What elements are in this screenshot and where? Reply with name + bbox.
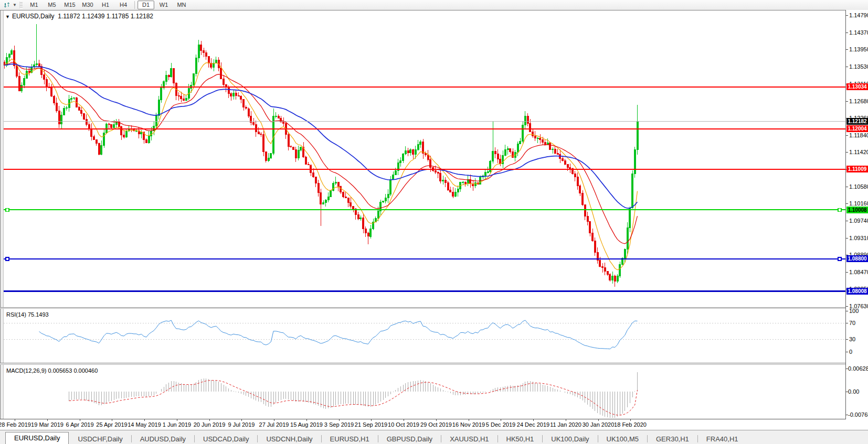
main-price-chart[interactable]	[4, 11, 845, 307]
rsi-panel[interactable]	[4, 309, 845, 363]
price-axis-label: 1.10160	[849, 201, 868, 207]
price-axis-label: 1.13950	[849, 47, 868, 52]
price-level-badge: 1.12182	[846, 118, 868, 125]
chart-tab-uk100-daily[interactable]: UK100,Daily	[543, 434, 597, 444]
toolbar-separator	[134, 1, 135, 9]
date-axis-label: 10 Oct 2019	[388, 421, 419, 428]
timeframe-toolbar: ▼ M1M5M15M30H1H4D1W1MN	[0, 0, 868, 10]
timeframe-button-d1[interactable]: D1	[137, 1, 154, 9]
price-axis-label: 1.12680	[849, 99, 868, 104]
date-axis-label: 9 Jul 2019	[228, 421, 255, 428]
toolbar-grip[interactable]	[19, 2, 23, 8]
timeframe-button-m30[interactable]: M30	[79, 1, 96, 9]
date-axis-label: 24 Dec 2019	[517, 421, 549, 428]
date-axis-tick	[436, 419, 437, 421]
tab-strip-grip	[0, 434, 5, 444]
timeframe-button-m5[interactable]: M5	[44, 1, 60, 9]
macd-axis-label: 0.00	[848, 389, 859, 395]
price-level-badge: 1.08008	[846, 288, 868, 295]
date-axis-tick	[371, 419, 372, 421]
timeframes-icon[interactable]	[2, 1, 12, 9]
price-axis[interactable]: 1.147901.143701.139501.135301.131101.126…	[845, 10, 868, 419]
timeframe-button-h4[interactable]: H4	[115, 1, 132, 9]
rsi-axis-label: 70	[849, 320, 855, 326]
timeframe-button-h1[interactable]: H1	[97, 1, 114, 9]
date-axis-label: 18 Feb 2020	[614, 421, 647, 428]
date-axis-label: 30 Jan 2020	[583, 421, 615, 428]
date-axis-tick	[598, 419, 599, 421]
chart-tab-uk100-m5[interactable]: UK100,M5	[598, 434, 647, 444]
chart-tab-hk50-h1[interactable]: HK50,H1	[498, 434, 543, 444]
chart-tab-ger30-h1[interactable]: GER30,H1	[648, 434, 697, 444]
price-axis-label: 1.11420	[849, 149, 868, 155]
date-axis-tick	[177, 419, 177, 421]
date-axis-tick	[306, 419, 307, 421]
price-axis-tick	[846, 187, 848, 187]
timeframe-buttons: M1M5M15M30H1H4D1W1MN	[25, 0, 190, 10]
date-axis-label: 3 Sep 2019	[324, 421, 354, 428]
price-axis-label: 1.10580	[849, 184, 868, 190]
rsi-axis-label: 0	[849, 349, 852, 355]
rsi-axis-label: 100	[849, 308, 859, 314]
macd-axis-label: 0.006287	[848, 366, 868, 372]
chart-title[interactable]: ▼EURUSD,Daily 1.11872 1.12439 1.11785 1.…	[5, 13, 153, 20]
chart-tab-usdchf-daily[interactable]: USDCHF,Daily	[69, 434, 131, 444]
macd-indicator-label: MACD(12,26,9) 0.005653 0.000460	[6, 367, 98, 374]
date-axis-tick	[47, 419, 48, 421]
collapse-triangle-icon[interactable]: ▼	[5, 14, 10, 19]
date-axis-tick	[566, 419, 566, 421]
timeframe-button-mn[interactable]: MN	[173, 1, 190, 9]
timeframe-button-m15[interactable]: M15	[61, 1, 78, 9]
rsi-axis-tick	[846, 311, 848, 311]
price-axis-tick	[846, 238, 848, 239]
date-axis-tick	[80, 419, 80, 421]
price-axis-tick	[846, 101, 848, 102]
rsi-axis-tick	[846, 323, 848, 323]
price-axis-tick	[846, 221, 848, 221]
date-axis-label: 15 Aug 2019	[290, 421, 323, 428]
price-level-badge: 1.11009	[846, 166, 868, 172]
timeframe-button-w1[interactable]: W1	[155, 1, 172, 9]
rsi-indicator-label: RSI(14) 75.1493	[6, 311, 49, 318]
price-axis-label: 1.09310	[849, 235, 868, 241]
price-axis-label: 1.09740	[849, 218, 868, 224]
chart-tab-fra40-h1[interactable]: FRA40,H1	[698, 434, 747, 444]
date-axis-label: 11 Jan 2020	[550, 421, 581, 428]
chart-tab-gbpusd-daily[interactable]: GBPUSD,Daily	[378, 434, 441, 444]
chart-tab-eurusd-h1[interactable]: EURUSD,H1	[322, 434, 378, 444]
timeframe-button-m1[interactable]: M1	[26, 1, 43, 9]
price-axis-label: 1.08470	[849, 269, 868, 275]
rsi-axis-tick	[846, 339, 848, 340]
price-level-badge: 1.08800	[846, 255, 868, 262]
macd-panel[interactable]	[4, 365, 845, 419]
price-axis-tick	[846, 203, 848, 204]
date-axis-label: 28 Feb 2019	[0, 421, 31, 428]
date-axis-label: 21 Sep 2019	[355, 421, 387, 428]
date-axis-tick	[112, 419, 112, 421]
price-axis-tick	[846, 135, 848, 136]
date-axis-tick	[404, 419, 404, 421]
date-axis-tick	[209, 419, 210, 421]
date-axis-label: 6 Apr 2019	[66, 421, 93, 428]
chart-tab-audusd-daily[interactable]: AUDUSD,Daily	[132, 434, 194, 444]
date-axis-tick	[241, 419, 242, 421]
chart-title-symbol: EURUSD,Daily	[12, 13, 55, 20]
chart-tab-usdcad-daily[interactable]: USDCAD,Daily	[195, 434, 257, 444]
date-axis-label: 19 Mar 2019	[31, 421, 63, 428]
chart-tab-eurusd-daily[interactable]: EURUSD,Daily	[5, 432, 69, 444]
price-axis-tick	[846, 272, 848, 273]
price-level-badge: 1.13034	[846, 83, 868, 90]
date-axis-tick	[144, 419, 145, 421]
chart-tab-usdcnh-daily[interactable]: USDCNH,Daily	[258, 434, 321, 444]
rsi-axis-tick	[846, 352, 848, 352]
price-level-badge: 1.10008	[846, 207, 868, 213]
date-axis-tick	[533, 419, 534, 421]
date-axis-label: 25 Apr 2019	[96, 421, 127, 428]
chart-tab-xauusd-h1[interactable]: XAUUSD,H1	[441, 434, 497, 444]
date-axis-tick	[630, 419, 631, 421]
date-axis[interactable]: 28 Feb 201919 Mar 20196 Apr 201925 Apr 2…	[0, 419, 868, 430]
dropdown-caret-icon[interactable]: ▼	[12, 3, 18, 7]
date-axis-tick	[274, 419, 274, 421]
date-axis-tick	[501, 419, 501, 421]
price-axis-tick	[846, 67, 848, 67]
